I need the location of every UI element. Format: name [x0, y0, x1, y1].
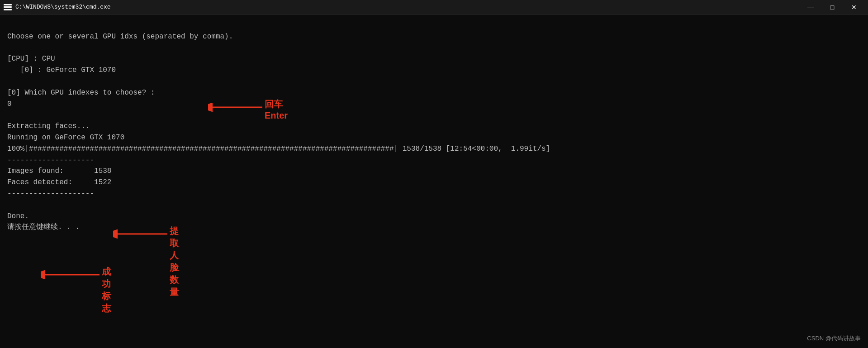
- cmd-icon: [4, 4, 12, 10]
- terminal-line-8: [7, 110, 861, 121]
- terminal-line-6: [0] Which GPU indexes to choose? :: [7, 87, 861, 99]
- terminal-window: Choose one or several GPU idxs (separate…: [0, 14, 868, 348]
- titlebar: C:\WINDOWS\system32\cmd.exe — □ ✕: [0, 0, 868, 14]
- maximize-button[interactable]: □: [822, 0, 843, 14]
- success-label: 成功标志: [102, 266, 111, 315]
- terminal-line-12: --------------------: [7, 155, 861, 166]
- terminal-line-2: [7, 43, 861, 54]
- terminal-line-0: [7, 20, 861, 31]
- watermark-text: CSDN @代码讲故事: [807, 335, 861, 342]
- terminal-line-9: Extracting faces...: [7, 121, 861, 132]
- close-button[interactable]: ✕: [844, 0, 864, 14]
- terminal-line-10: Running on GeForce GTX 1070: [7, 132, 861, 143]
- terminal-line-7: 0: [7, 99, 861, 110]
- success-arrow-svg: [41, 261, 140, 288]
- terminal-line-4: [0] : GeForce GTX 1070: [7, 65, 861, 76]
- terminal-line-11: 100%|###################################…: [7, 143, 861, 155]
- terminal-line-1: Choose one or several GPU idxs (separate…: [7, 31, 861, 43]
- terminal-line-17: Done.: [7, 211, 861, 222]
- terminal-output: Choose one or several GPU idxs (separate…: [7, 20, 861, 233]
- terminal-line-14: Faces detected: 1522: [7, 177, 861, 188]
- terminal-line-13: Images found: 1538: [7, 166, 861, 177]
- terminal-line-15: --------------------: [7, 188, 861, 200]
- minimize-button[interactable]: —: [800, 0, 821, 14]
- window-controls: — □ ✕: [800, 0, 864, 14]
- face-count-label: 提取人脸数量: [170, 225, 179, 298]
- terminal-line-16: [7, 200, 861, 211]
- terminal-line-3: [CPU] : CPU: [7, 53, 861, 65]
- terminal-line-5: [7, 76, 861, 87]
- window-title: C:\WINDOWS\system32\cmd.exe: [15, 4, 800, 10]
- terminal-line-18: 请按任意键继续. . .: [7, 222, 861, 233]
- watermark: CSDN @代码讲故事: [807, 334, 861, 343]
